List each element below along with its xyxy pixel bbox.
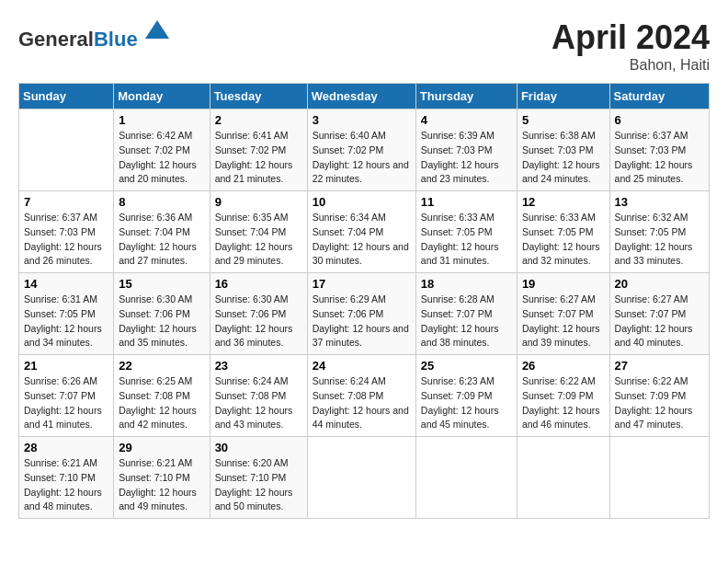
day-number: 25 — [421, 359, 512, 373]
day-number: 12 — [522, 195, 605, 209]
day-number: 17 — [313, 277, 411, 291]
day-info: Sunrise: 6:42 AMSunset: 7:02 PMDaylight:… — [119, 129, 204, 187]
day-number: 13 — [615, 195, 704, 209]
day-number: 23 — [215, 359, 302, 373]
calendar-cell: 24Sunrise: 6:24 AMSunset: 7:08 PMDayligh… — [307, 355, 415, 437]
day-header: Wednesday — [307, 84, 415, 109]
day-header: Monday — [114, 84, 210, 109]
calendar-cell: 17Sunrise: 6:29 AMSunset: 7:06 PMDayligh… — [307, 273, 415, 355]
calendar-cell: 1Sunrise: 6:42 AMSunset: 7:02 PMDaylight… — [114, 109, 210, 191]
day-number: 7 — [24, 195, 108, 209]
day-number: 22 — [119, 359, 204, 373]
calendar-cell: 11Sunrise: 6:33 AMSunset: 7:05 PMDayligh… — [415, 191, 517, 273]
calendar-cell: 27Sunrise: 6:22 AMSunset: 7:09 PMDayligh… — [609, 355, 709, 437]
calendar-cell: 5Sunrise: 6:38 AMSunset: 7:03 PMDaylight… — [517, 109, 609, 191]
calendar-cell: 21Sunrise: 6:26 AMSunset: 7:07 PMDayligh… — [19, 355, 114, 437]
day-info: Sunrise: 6:40 AMSunset: 7:02 PMDaylight:… — [313, 129, 411, 187]
calendar-cell: 30Sunrise: 6:20 AMSunset: 7:10 PMDayligh… — [210, 437, 307, 519]
calendar-cell: 29Sunrise: 6:21 AMSunset: 7:10 PMDayligh… — [114, 437, 210, 519]
calendar-week-row: 28Sunrise: 6:21 AMSunset: 7:10 PMDayligh… — [19, 437, 710, 519]
day-info: Sunrise: 6:36 AMSunset: 7:04 PMDaylight:… — [119, 211, 204, 269]
day-number: 5 — [522, 113, 605, 127]
day-number: 14 — [24, 277, 108, 291]
calendar-cell: 14Sunrise: 6:31 AMSunset: 7:05 PMDayligh… — [19, 273, 114, 355]
day-number: 3 — [313, 113, 411, 127]
day-number: 27 — [615, 359, 704, 373]
calendar-cell — [19, 109, 114, 191]
day-number: 20 — [615, 277, 704, 291]
calendar-cell: 20Sunrise: 6:27 AMSunset: 7:07 PMDayligh… — [609, 273, 709, 355]
day-info: Sunrise: 6:41 AMSunset: 7:02 PMDaylight:… — [215, 129, 302, 187]
day-number: 15 — [119, 277, 204, 291]
calendar-table: SundayMondayTuesdayWednesdayThursdayFrid… — [18, 83, 710, 519]
calendar-cell: 12Sunrise: 6:33 AMSunset: 7:05 PMDayligh… — [517, 191, 609, 273]
calendar-cell: 13Sunrise: 6:32 AMSunset: 7:05 PMDayligh… — [609, 191, 709, 273]
calendar-cell: 18Sunrise: 6:28 AMSunset: 7:07 PMDayligh… — [415, 273, 517, 355]
day-number: 2 — [215, 113, 302, 127]
day-info: Sunrise: 6:30 AMSunset: 7:06 PMDaylight:… — [215, 293, 302, 350]
day-header: Saturday — [609, 84, 709, 109]
day-number: 10 — [313, 195, 411, 209]
day-number: 6 — [615, 113, 704, 127]
logo-icon — [143, 18, 171, 46]
day-info: Sunrise: 6:27 AMSunset: 7:07 PMDaylight:… — [615, 293, 704, 350]
day-number: 26 — [522, 359, 605, 373]
calendar-week-row: 21Sunrise: 6:26 AMSunset: 7:07 PMDayligh… — [19, 355, 710, 437]
calendar-cell: 28Sunrise: 6:21 AMSunset: 7:10 PMDayligh… — [19, 437, 114, 519]
day-info: Sunrise: 6:37 AMSunset: 7:03 PMDaylight:… — [24, 211, 108, 269]
day-info: Sunrise: 6:21 AMSunset: 7:10 PMDaylight:… — [119, 456, 204, 514]
calendar-week-row: 1Sunrise: 6:42 AMSunset: 7:02 PMDaylight… — [19, 109, 710, 191]
day-info: Sunrise: 6:35 AMSunset: 7:04 PMDaylight:… — [215, 211, 302, 269]
day-number: 21 — [24, 359, 108, 373]
calendar-cell: 7Sunrise: 6:37 AMSunset: 7:03 PMDaylight… — [19, 191, 114, 273]
day-header: Friday — [517, 84, 609, 109]
day-info: Sunrise: 6:32 AMSunset: 7:05 PMDaylight:… — [615, 211, 704, 269]
calendar-cell: 26Sunrise: 6:22 AMSunset: 7:09 PMDayligh… — [517, 355, 609, 437]
day-info: Sunrise: 6:26 AMSunset: 7:07 PMDaylight:… — [24, 374, 108, 432]
title-area: April 2024 Bahon, Haiti — [552, 18, 710, 74]
logo-blue: Blue — [94, 28, 138, 51]
logo-general: General — [18, 28, 94, 51]
day-info: Sunrise: 6:27 AMSunset: 7:07 PMDaylight:… — [522, 293, 605, 350]
day-info: Sunrise: 6:25 AMSunset: 7:08 PMDaylight:… — [119, 374, 204, 432]
day-number: 18 — [421, 277, 512, 291]
day-number: 4 — [421, 113, 512, 127]
day-number: 8 — [119, 195, 204, 209]
day-info: Sunrise: 6:33 AMSunset: 7:05 PMDaylight:… — [421, 211, 512, 269]
day-info: Sunrise: 6:24 AMSunset: 7:08 PMDaylight:… — [215, 374, 302, 432]
day-number: 9 — [215, 195, 302, 209]
day-info: Sunrise: 6:23 AMSunset: 7:09 PMDaylight:… — [421, 374, 512, 432]
calendar-cell: 2Sunrise: 6:41 AMSunset: 7:02 PMDaylight… — [210, 109, 307, 191]
calendar-cell: 16Sunrise: 6:30 AMSunset: 7:06 PMDayligh… — [210, 273, 307, 355]
day-info: Sunrise: 6:22 AMSunset: 7:09 PMDaylight:… — [522, 374, 605, 432]
day-number: 29 — [119, 441, 204, 454]
day-info: Sunrise: 6:22 AMSunset: 7:09 PMDaylight:… — [615, 374, 704, 432]
day-number: 28 — [24, 441, 108, 454]
day-header: Sunday — [19, 84, 114, 109]
calendar-cell: 6Sunrise: 6:37 AMSunset: 7:03 PMDaylight… — [609, 109, 709, 191]
calendar-cell — [609, 437, 709, 519]
day-info: Sunrise: 6:30 AMSunset: 7:06 PMDaylight:… — [119, 293, 204, 350]
calendar-subtitle: Bahon, Haiti — [552, 57, 710, 74]
day-info: Sunrise: 6:34 AMSunset: 7:04 PMDaylight:… — [313, 211, 411, 269]
day-info: Sunrise: 6:28 AMSunset: 7:07 PMDaylight:… — [421, 293, 512, 350]
calendar-cell: 8Sunrise: 6:36 AMSunset: 7:04 PMDaylight… — [114, 191, 210, 273]
day-number: 1 — [119, 113, 204, 127]
calendar-cell: 9Sunrise: 6:35 AMSunset: 7:04 PMDaylight… — [210, 191, 307, 273]
day-info: Sunrise: 6:38 AMSunset: 7:03 PMDaylight:… — [522, 129, 605, 187]
day-info: Sunrise: 6:24 AMSunset: 7:08 PMDaylight:… — [313, 374, 411, 432]
day-number: 30 — [215, 441, 302, 454]
calendar-week-row: 14Sunrise: 6:31 AMSunset: 7:05 PMDayligh… — [19, 273, 710, 355]
calendar-week-row: 7Sunrise: 6:37 AMSunset: 7:03 PMDaylight… — [19, 191, 710, 273]
calendar-cell: 23Sunrise: 6:24 AMSunset: 7:08 PMDayligh… — [210, 355, 307, 437]
day-number: 16 — [215, 277, 302, 291]
calendar-cell: 19Sunrise: 6:27 AMSunset: 7:07 PMDayligh… — [517, 273, 609, 355]
day-number: 11 — [421, 195, 512, 209]
day-info: Sunrise: 6:29 AMSunset: 7:06 PMDaylight:… — [313, 293, 411, 350]
calendar-cell: 3Sunrise: 6:40 AMSunset: 7:02 PMDaylight… — [307, 109, 415, 191]
day-number: 24 — [313, 359, 411, 373]
header: GeneralBlue April 2024 Bahon, Haiti — [18, 18, 710, 74]
day-number: 19 — [522, 277, 605, 291]
day-info: Sunrise: 6:37 AMSunset: 7:03 PMDaylight:… — [615, 129, 704, 187]
day-header: Thursday — [415, 84, 517, 109]
